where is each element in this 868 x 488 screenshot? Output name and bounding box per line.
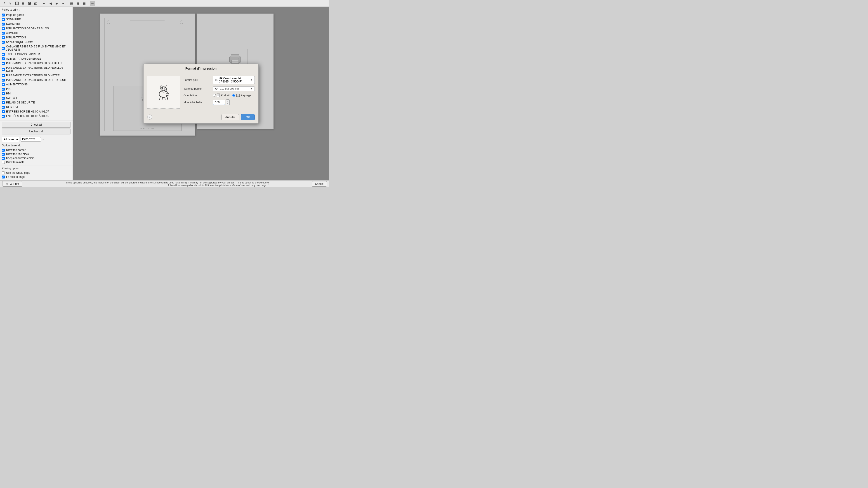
print-option-item[interactable]: Fit folio to page [2, 175, 71, 179]
render-option-item[interactable]: Draw terminals [2, 160, 71, 164]
folio-item[interactable]: SWITCH [0, 96, 72, 100]
date-confirm-icon[interactable]: ✓ [42, 138, 44, 141]
folio-checkbox[interactable] [2, 115, 5, 118]
render-option-label: Draw the border [6, 149, 26, 152]
scale-spinner[interactable]: ▲ ▼ [226, 99, 230, 105]
folio-item[interactable]: PUISSANCE EXTRACTEURS SILO FEUILLUS [0, 61, 72, 66]
image2-icon[interactable]: 🖼 [33, 1, 38, 6]
nav-last-icon[interactable]: ⏭ [60, 1, 66, 6]
annuler-button[interactable]: Annuler [221, 114, 239, 120]
folio-item[interactable]: SOMMAIRE [0, 22, 72, 26]
folio-item[interactable]: PUISSANCE EXTRACTEURS SILO FEUILLUS SUIT… [0, 66, 72, 73]
folio-label: ALIMENTATION GENERALE [6, 57, 41, 60]
folio-item[interactable]: PUISSANCE EXTRACTEURS SILO HETRE [0, 73, 72, 78]
grid3-icon[interactable]: ▦ [81, 1, 87, 6]
folio-checkbox[interactable] [2, 68, 5, 71]
folio-checkbox[interactable] [2, 101, 5, 104]
image-icon[interactable]: 🖼 [27, 1, 32, 6]
grid1-icon[interactable]: ▦ [69, 1, 74, 6]
folio-item[interactable]: RELAIS DE SÉCURITÉ [0, 100, 72, 105]
print-option-item[interactable]: Use the whole page [2, 171, 71, 175]
nav-next-icon[interactable]: ▶ [54, 1, 59, 6]
check-all-button[interactable]: Check all [2, 122, 71, 128]
print-option-checkbox[interactable] [2, 171, 5, 174]
folio-checkbox[interactable] [2, 88, 5, 91]
uncheck-all-button[interactable]: Uncheck all [2, 129, 71, 134]
portrait-option[interactable]: Portrait [213, 94, 230, 97]
zoom-out-icon[interactable]: 🔲 [14, 1, 20, 6]
zoom-selection-icon[interactable]: ⤡ [8, 1, 13, 6]
folio-item[interactable]: SOMMAIRE [0, 17, 72, 22]
folio-label: ALIMENTATIONS [6, 83, 28, 86]
render-option-item[interactable]: Draw the border [2, 148, 71, 152]
folio-checkbox[interactable] [2, 78, 5, 82]
folio-checkbox[interactable] [2, 23, 5, 26]
nav-first-icon[interactable]: ⏮ [41, 1, 47, 6]
date-input[interactable] [21, 137, 41, 142]
folio-checkbox[interactable] [2, 97, 5, 100]
folio-checkbox[interactable] [2, 18, 5, 21]
folio-item[interactable]: TABLE ECHANGE APRIL M [0, 52, 72, 57]
folio-checkbox[interactable] [2, 57, 5, 60]
printer-select[interactable]: HP Color LaserJet CP2025n (45D64F) ▼ [213, 76, 255, 84]
folio-item[interactable]: IMPLANTATION [0, 35, 72, 40]
folio-item[interactable]: IMPLANTATION ORGANES SILOS [0, 26, 72, 31]
folio-checkbox[interactable] [2, 32, 5, 35]
cancel-button[interactable]: Cancel [312, 181, 327, 187]
render-option-checkbox[interactable] [2, 161, 5, 164]
ok-button[interactable]: OK [241, 114, 255, 120]
portrait-radio[interactable] [213, 94, 216, 97]
render-option-item[interactable]: Draw the title block [2, 152, 71, 156]
folio-item[interactable]: ENTRÉES TOR DE I01.00 À I01.07 [0, 109, 72, 114]
folio-item[interactable]: ALIMENTATIONS [0, 82, 72, 87]
folio-item[interactable]: ENTRÉES TOR DE I01.08 À I01.15 [0, 114, 72, 119]
grid2-icon[interactable]: ▦ [75, 1, 81, 6]
folio-checkbox[interactable] [2, 110, 5, 113]
render-option-checkbox[interactable] [2, 153, 5, 156]
folio-label: PUISSANCE EXTRACTEURS SILO HETRE [6, 74, 60, 77]
print-button[interactable]: 🖨 🖨 Print [2, 181, 22, 187]
content-area: RAL7035 l = 1200mmH = 1800mmp = 600mm SO… [73, 7, 329, 180]
render-option-checkbox[interactable] [2, 149, 5, 152]
paper-size-select[interactable]: A4 210 par 297 mm ▼ [213, 86, 255, 91]
folio-checkbox[interactable] [2, 106, 5, 109]
folio-item[interactable]: Page de garde [0, 13, 72, 17]
folio-checkbox[interactable] [2, 41, 5, 43]
folio-item[interactable]: PLC [0, 87, 72, 91]
help-button[interactable]: ? [147, 115, 152, 120]
scale-down-icon[interactable]: ▼ [226, 102, 229, 105]
print-option-checkbox[interactable] [2, 175, 5, 178]
folio-checkbox[interactable] [2, 92, 5, 95]
folio-checkbox[interactable] [2, 62, 5, 65]
folio-item[interactable]: ALIMENTATION GENERALE [0, 57, 72, 61]
edit-icon[interactable]: ✏ [90, 1, 95, 6]
paper-size-row: Taille du papier A4 210 par 297 mm ▼ [184, 86, 255, 91]
folio-item[interactable]: RESERVE [0, 105, 72, 109]
render-option-label: Draw the title block [6, 153, 29, 156]
zoom-fit-icon[interactable]: ⊞ [20, 1, 26, 6]
reset-icon[interactable]: ↺ [1, 1, 7, 6]
date-select[interactable]: All dates [2, 137, 19, 142]
folio-checkbox[interactable] [2, 74, 5, 77]
paysage-radio[interactable] [232, 94, 235, 97]
scale-input[interactable]: 100 [213, 100, 225, 105]
folio-checkbox[interactable] [2, 27, 5, 30]
paysage-label: Paysage [241, 94, 251, 97]
folio-item[interactable]: CABLAGE RS485 RJ45 2 FILS ENTRE M340 ET … [0, 44, 72, 52]
folio-checkbox[interactable] [2, 47, 5, 50]
folio-label: Page de garde [6, 13, 24, 17]
folio-checkbox[interactable] [2, 13, 5, 17]
folio-checkbox[interactable] [2, 53, 5, 56]
folio-item[interactable]: SYNOPTIQUE COMM [0, 40, 72, 44]
folio-checkbox[interactable] [2, 83, 5, 86]
paysage-option[interactable]: Paysage [232, 94, 251, 97]
folio-item[interactable]: PUISSANCE EXTRACTEURS SILO HETRE SUITE [0, 78, 72, 82]
folio-item[interactable]: HMI [0, 91, 72, 96]
scale-up-icon[interactable]: ▲ [226, 100, 229, 103]
folio-item[interactable]: ARMOIRE [0, 31, 72, 35]
render-option-checkbox[interactable] [2, 157, 5, 160]
folio-checkbox[interactable] [2, 36, 5, 39]
separator-2 [67, 1, 67, 5]
nav-prev-icon[interactable]: ◀ [48, 1, 53, 6]
render-option-item[interactable]: Keep conductors colors [2, 156, 71, 160]
